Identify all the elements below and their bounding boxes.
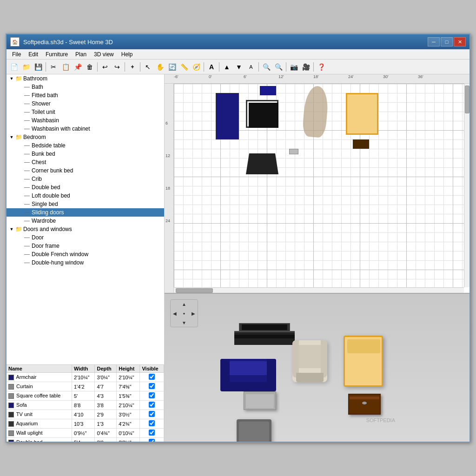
- tool-delete[interactable]: 🗑: [84, 61, 95, 73]
- cell-visible[interactable]: [140, 401, 164, 410]
- tool-pan[interactable]: ✋: [154, 61, 165, 73]
- maximize-button[interactable]: □: [441, 37, 453, 46]
- tool-save[interactable]: 💾: [33, 61, 44, 73]
- cell-visible[interactable]: [140, 429, 164, 438]
- tool-zoom-out[interactable]: 🔍: [273, 61, 284, 73]
- scrollbar-horizontal[interactable]: [174, 287, 464, 293]
- visible-checkbox[interactable]: [149, 411, 155, 417]
- tool-add-furniture[interactable]: +: [127, 61, 138, 73]
- table-row[interactable]: Sofa 8'8 3'8 2'10¼": [7, 401, 164, 410]
- tree-item-single-bed[interactable]: — Single bed: [7, 200, 164, 208]
- fp-furniture-small[interactable]: [289, 149, 298, 154]
- tree-item-shower[interactable]: — Shower: [7, 99, 164, 108]
- 3d-sofa[interactable]: [220, 359, 276, 391]
- cell-visible[interactable]: [140, 373, 164, 382]
- menu-help[interactable]: Help: [118, 50, 137, 59]
- tree-item-fitted-bath[interactable]: — Fitted bath: [7, 91, 164, 99]
- nav-arrow-down[interactable]: ▼: [179, 318, 189, 327]
- fp-furniture-tv[interactable]: [246, 100, 278, 128]
- nav-arrow-up[interactable]: ▲: [179, 299, 189, 309]
- visible-checkbox[interactable]: [149, 392, 155, 398]
- tree-item-bedside[interactable]: — Bedside table: [7, 141, 164, 150]
- cell-visible[interactable]: [140, 419, 164, 429]
- visible-checkbox[interactable]: [149, 430, 155, 436]
- tool-text-small[interactable]: A: [245, 61, 257, 73]
- 3d-coffee-table[interactable]: [244, 391, 276, 410]
- table-row[interactable]: Square coffee table 5' 4'3 1'5⅜": [7, 391, 164, 401]
- tree-item-corner-bunk[interactable]: — Corner bunk bed: [7, 166, 164, 175]
- menu-3dview[interactable]: 3D view: [90, 50, 118, 59]
- scroll-thumb-v[interactable]: [465, 86, 469, 113]
- tree-item-toilet[interactable]: — Toilet unit: [7, 108, 164, 116]
- tree-item-chest[interactable]: — Chest: [7, 158, 164, 166]
- tool-video[interactable]: 🎥: [300, 61, 311, 73]
- table-row[interactable]: Wall uplight 0'9½" 0'4¾" 0'10¼": [7, 429, 164, 438]
- tool-arrow-up[interactable]: ▲: [221, 61, 232, 73]
- cell-visible[interactable]: [140, 438, 164, 442]
- menu-plan[interactable]: Plan: [72, 50, 90, 59]
- tree-item-washbasin-cabinet[interactable]: — Washbasin with cabinet: [7, 125, 164, 133]
- 3d-bed[interactable]: [344, 336, 383, 387]
- fp-furniture-sofa[interactable]: [216, 93, 239, 139]
- tool-select[interactable]: ↖: [142, 61, 153, 73]
- tool-help[interactable]: ❓: [316, 61, 327, 73]
- close-button[interactable]: ✕: [454, 37, 466, 46]
- tool-undo[interactable]: ↩: [99, 61, 111, 73]
- tree-item-loft-double[interactable]: — Loft double bed: [7, 192, 164, 200]
- table-row[interactable]: Aquarium 10'3 1'3 4'2¾": [7, 419, 164, 429]
- fp-furniture-bed-yellow[interactable]: [346, 93, 378, 135]
- tree-item-door[interactable]: — Door: [7, 233, 164, 242]
- tool-text-large[interactable]: A: [206, 61, 217, 73]
- table-row[interactable]: Armchair 2'10¼" 3'0¼" 2'10¼": [7, 373, 164, 382]
- tool-cut[interactable]: ✂: [48, 61, 59, 73]
- tree-item-bunkbed[interactable]: — Bunk bed: [7, 150, 164, 158]
- expand-doors[interactable]: ▼: [8, 226, 15, 232]
- furniture-tree[interactable]: ▼ 📁 Bathroom — Bath — Fitted bath — Show…: [7, 74, 164, 365]
- tool-new[interactable]: 📄: [8, 61, 20, 73]
- nav-arrow-right[interactable]: ▶: [189, 309, 198, 318]
- expand-bedroom[interactable]: ▼: [8, 134, 15, 140]
- tree-item-washbasin[interactable]: — Washbasin: [7, 116, 164, 125]
- tool-open[interactable]: 📁: [20, 61, 32, 73]
- expand-bathroom[interactable]: ▼: [8, 75, 15, 82]
- tree-item-wardrobe[interactable]: — Wardrobe: [7, 217, 164, 225]
- visible-checkbox[interactable]: [149, 420, 155, 426]
- visible-checkbox[interactable]: [149, 439, 155, 442]
- tree-item-crib[interactable]: — Crib: [7, 175, 164, 183]
- 3d-tv-unit[interactable]: [234, 331, 295, 345]
- menu-edit[interactable]: Edit: [25, 50, 42, 59]
- tree-item-french-window[interactable]: — Double French window: [7, 250, 164, 258]
- tool-redo[interactable]: ↪: [112, 61, 123, 73]
- menu-file[interactable]: File: [8, 50, 25, 59]
- visible-checkbox[interactable]: [149, 374, 155, 380]
- scrollbar-vertical[interactable]: [464, 84, 469, 287]
- fp-furniture-bed-top[interactable]: [260, 86, 276, 95]
- tool-copy[interactable]: 📋: [60, 61, 71, 73]
- tool-camera[interactable]: 📷: [288, 61, 299, 73]
- tree-item-bath[interactable]: — Bath: [7, 83, 164, 91]
- tool-paste[interactable]: 📌: [72, 61, 83, 73]
- table-row[interactable]: Double bed 5'4 8'2 2'3½": [7, 438, 164, 442]
- visible-checkbox[interactable]: [149, 402, 155, 408]
- scroll-thumb-h[interactable]: [176, 288, 213, 293]
- tool-rotate[interactable]: 🔄: [166, 61, 178, 73]
- tool-compass[interactable]: 🧭: [191, 61, 202, 73]
- tool-zoom-in[interactable]: 🔍: [261, 61, 272, 73]
- tool-arrow-down[interactable]: ▼: [233, 61, 245, 73]
- 3d-armchair[interactable]: [292, 340, 327, 382]
- nav-arrow-center[interactable]: ●: [179, 309, 189, 318]
- nav-arrow-left[interactable]: ◀: [170, 309, 179, 318]
- category-bedroom[interactable]: ▼ 📁 Bedroom: [7, 133, 164, 141]
- cell-visible[interactable]: [140, 391, 164, 401]
- cell-visible[interactable]: [140, 382, 164, 391]
- tree-item-door-frame[interactable]: — Door frame: [7, 242, 164, 250]
- tree-item-sliding-doors[interactable]: — Sliding doors: [7, 208, 164, 217]
- visible-checkbox[interactable]: [149, 383, 155, 389]
- category-bathroom[interactable]: ▼ 📁 Bathroom: [7, 74, 164, 83]
- minimize-button[interactable]: ─: [428, 37, 440, 46]
- fp-furniture-chest-small[interactable]: [353, 139, 369, 149]
- tree-item-double-bed[interactable]: — Double bed: [7, 183, 164, 192]
- tree-item-hung-window[interactable]: — Double-hung window: [7, 258, 164, 267]
- cell-visible[interactable]: [140, 410, 164, 419]
- tool-measure[interactable]: 📏: [178, 61, 190, 73]
